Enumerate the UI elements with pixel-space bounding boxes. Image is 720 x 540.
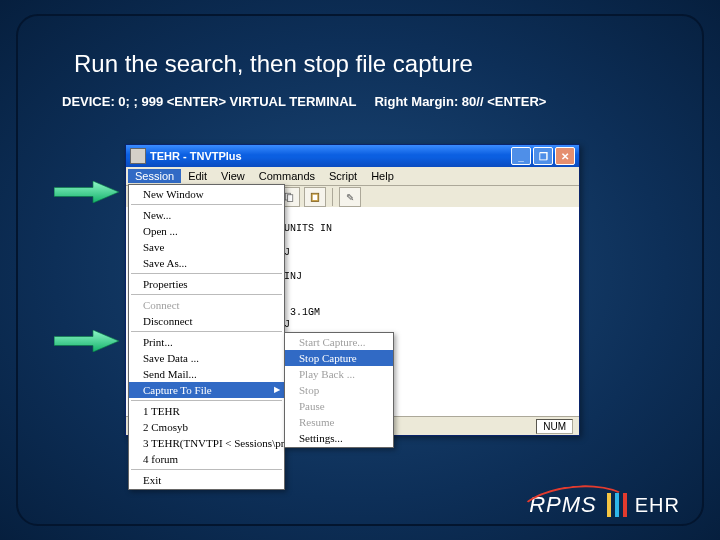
session-menu-item[interactable]: 1 TEHR <box>129 403 284 419</box>
menu-separator <box>131 273 282 274</box>
status-mode: NUM <box>536 419 573 434</box>
slide-background: Run the search, then stop file capture D… <box>0 0 720 540</box>
menu-separator <box>131 469 282 470</box>
session-menu-item: Connect <box>129 297 284 313</box>
session-menu-item[interactable]: New Window <box>129 186 284 202</box>
session-menu-item[interactable]: Disconnect <box>129 313 284 329</box>
menubar-item-view[interactable]: View <box>214 169 252 183</box>
session-menu-item[interactable]: Save Data ... <box>129 350 284 366</box>
capture-submenu-item[interactable]: Settings... <box>285 430 393 446</box>
session-menu-item[interactable]: Send Mail... <box>129 366 284 382</box>
close-button[interactable]: ✕ <box>555 147 575 165</box>
tool-properties-icon[interactable]: ✎ <box>339 187 361 207</box>
cmd-left: DEVICE: 0; ; 999 <ENTER> VIRTUAL TERMINA… <box>62 94 356 109</box>
svg-marker-0 <box>54 181 119 203</box>
menu-separator <box>131 204 282 205</box>
menubar-item-help[interactable]: Help <box>364 169 401 183</box>
capture-submenu-item: Stop <box>285 382 393 398</box>
session-menu-item[interactable]: Exit <box>129 472 284 488</box>
menubar-item-edit[interactable]: Edit <box>181 169 214 183</box>
menu-separator <box>131 400 282 401</box>
capture-submenu-item: Resume <box>285 414 393 430</box>
session-menu-item[interactable]: 3 TEHR(TNVTPI < Sessions\prms <box>129 435 284 451</box>
toolbar-separator <box>332 188 333 206</box>
svg-rect-10 <box>313 195 318 200</box>
command-line: DEVICE: 0; ; 999 <ENTER> VIRTUAL TERMINA… <box>18 84 702 109</box>
slide-title: Run the search, then stop file capture <box>18 16 702 84</box>
rpms-logo: RPMS <box>529 492 597 518</box>
capture-submenu-item: Start Capture... <box>285 334 393 350</box>
session-menu-item[interactable]: Open ... <box>129 223 284 239</box>
session-menu-item[interactable]: Capture To File <box>129 382 284 398</box>
capture-submenu-item[interactable]: Stop Capture <box>285 350 393 366</box>
menubar-item-script[interactable]: Script <box>322 169 364 183</box>
footer-logos: RPMS EHR <box>529 492 680 518</box>
session-menu-item[interactable]: Print... <box>129 334 284 350</box>
svg-marker-1 <box>54 330 119 352</box>
svg-rect-8 <box>288 195 293 202</box>
capture-submenu-item: Pause <box>285 398 393 414</box>
capture-submenu-item: Play Back ... <box>285 366 393 382</box>
session-menu-item[interactable]: Properties <box>129 276 284 292</box>
callout-arrow-capture-item <box>54 330 119 352</box>
session-menu-item[interactable]: New... <box>129 207 284 223</box>
menu-separator <box>131 294 282 295</box>
maximize-button[interactable]: ❐ <box>533 147 553 165</box>
session-menu-item[interactable]: 2 Cmosyb <box>129 419 284 435</box>
session-menu-item[interactable]: 4 forum <box>129 451 284 467</box>
cmd-right: Right Margin: 80// <ENTER> <box>374 94 546 109</box>
app-icon <box>130 148 146 164</box>
capture-to-file-submenu[interactable]: Start Capture...Stop CapturePlay Back ..… <box>284 332 394 448</box>
menubar-item-session[interactable]: Session <box>128 169 181 183</box>
minimize-button[interactable]: _ <box>511 147 531 165</box>
tool-paste-icon[interactable] <box>304 187 326 207</box>
ehr-text: EHR <box>635 494 680 517</box>
menu-separator <box>131 331 282 332</box>
session-menu-item[interactable]: Save <box>129 239 284 255</box>
session-menu-item[interactable]: Save As... <box>129 255 284 271</box>
menubar-item-commands[interactable]: Commands <box>252 169 322 183</box>
titlebar[interactable]: TEHR - TNVTPlus _ ❐ ✕ <box>126 145 579 167</box>
session-menu[interactable]: New WindowNew...Open ...SaveSave As...Pr… <box>128 184 285 490</box>
callout-arrow-session-menu <box>54 181 119 203</box>
window-title: TEHR - TNVTPlus <box>150 150 242 162</box>
